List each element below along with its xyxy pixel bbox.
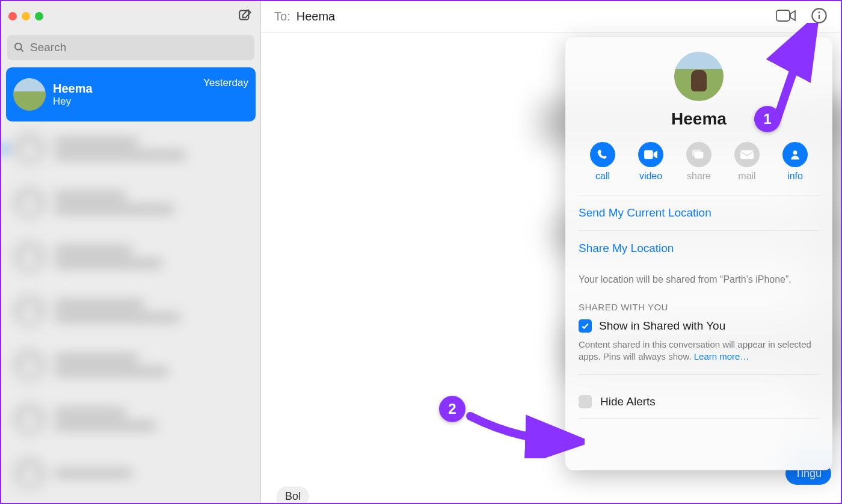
- svg-point-18: [793, 150, 797, 155]
- info-button[interactable]: info: [773, 142, 817, 182]
- send-current-location-link[interactable]: Send My Current Location: [579, 206, 711, 219]
- search-input[interactable]: [30, 41, 248, 54]
- learn-more-link[interactable]: Learn more…: [694, 351, 749, 361]
- to-label: To:: [274, 10, 290, 23]
- video-button[interactable]: video: [629, 142, 672, 182]
- sidebar: Heema Hey Yesterday: [1, 1, 261, 503]
- svg-point-7: [25, 357, 34, 366]
- hide-alerts-checkbox[interactable]: Hide Alerts: [579, 386, 819, 419]
- share-my-location-link[interactable]: Share My Location: [579, 242, 674, 254]
- conversation-row-selected[interactable]: Heema Hey Yesterday: [6, 67, 256, 121]
- conversation-list[interactable]: Heema Hey Yesterday: [1, 66, 260, 503]
- fullscreen-window-button[interactable]: [35, 12, 43, 20]
- to-recipient: Heema: [297, 10, 335, 23]
- svg-rect-16: [692, 150, 701, 156]
- traffic-lights: [8, 12, 43, 20]
- screenshare-icon: [692, 149, 705, 160]
- conversation-topbar: To: Heema: [261, 1, 841, 32]
- minimize-window-button[interactable]: [22, 12, 30, 20]
- svg-point-12: [819, 11, 820, 13]
- share-button: share: [677, 142, 721, 182]
- info-label: info: [787, 171, 803, 182]
- svg-point-5: [25, 249, 34, 257]
- search-field[interactable]: [7, 35, 254, 60]
- svg-rect-10: [776, 10, 790, 21]
- svg-point-8: [25, 411, 34, 420]
- conversation-preview: Hey: [53, 96, 203, 108]
- annotation-badge-1: 1: [754, 106, 781, 132]
- mail-icon: [740, 150, 754, 159]
- svg-line-2: [21, 49, 23, 52]
- show-in-shared-checkbox[interactable]: Show in Shared with You: [579, 319, 819, 333]
- svg-point-1: [15, 43, 22, 50]
- svg-point-6: [25, 303, 34, 312]
- shared-description: Content shared in this conversation will…: [579, 339, 819, 363]
- person-icon: [789, 149, 801, 161]
- call-label: call: [595, 171, 610, 182]
- svg-point-9: [25, 466, 34, 474]
- annotation-arrow-2: [464, 404, 585, 458]
- svg-point-4: [25, 195, 34, 203]
- contact-avatar[interactable]: [674, 52, 724, 101]
- share-label: share: [687, 171, 711, 182]
- call-button[interactable]: call: [581, 142, 624, 182]
- compose-icon[interactable]: [238, 7, 253, 25]
- annotation-badge-2: 2: [439, 396, 466, 422]
- svg-point-3: [25, 141, 34, 149]
- avatar: [13, 78, 46, 111]
- svg-rect-17: [740, 150, 754, 159]
- video-label: video: [639, 171, 662, 182]
- mail-label: mail: [738, 171, 755, 182]
- shared-with-you-header: SHARED WITH YOU: [579, 302, 819, 312]
- phone-icon: [597, 149, 609, 161]
- conversation-list-blurred: [1, 121, 260, 503]
- incoming-typing-bubble: Bol: [277, 487, 309, 504]
- conversation-time: Yesterday: [203, 77, 248, 89]
- window-controls-bar: [1, 1, 260, 31]
- contact-actions-row: call video share mail info: [579, 142, 819, 195]
- checkbox-checked-icon: [579, 319, 592, 333]
- location-hint: Your location will be shared from “Parth…: [579, 266, 819, 302]
- mail-button: mail: [725, 142, 769, 182]
- video-icon: [644, 150, 657, 159]
- conversation-name: Heema: [53, 82, 203, 96]
- close-window-button[interactable]: [8, 12, 17, 20]
- search-icon: [13, 41, 25, 54]
- hide-alerts-label: Hide Alerts: [600, 395, 656, 408]
- svg-rect-14: [644, 150, 653, 159]
- show-in-shared-label: Show in Shared with You: [599, 319, 725, 333]
